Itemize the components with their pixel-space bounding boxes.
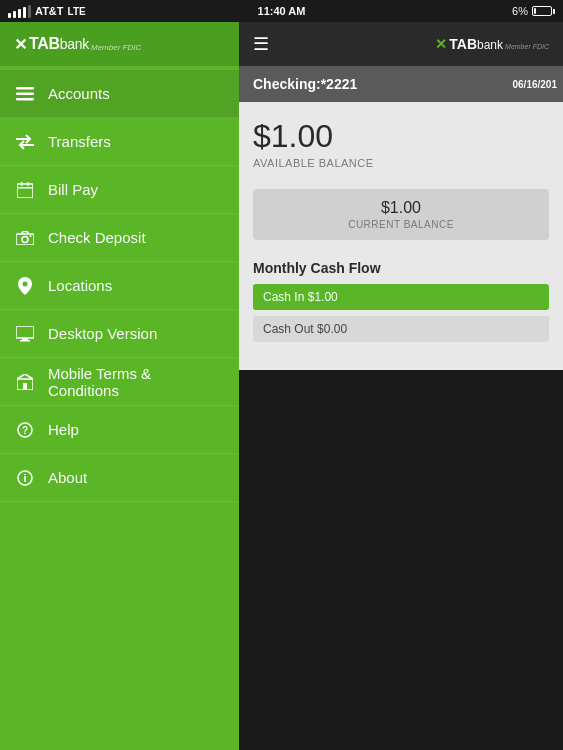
sidebar-nav: Accounts Transfers (0, 66, 239, 750)
dark-area (239, 370, 563, 750)
sidebar-item-locations-label: Locations (48, 277, 112, 294)
sidebar-item-about-label: About (48, 469, 87, 486)
logo-icon: ✕ (14, 35, 27, 54)
sidebar-item-bill-pay-label: Bill Pay (48, 181, 98, 198)
hamburger-button[interactable]: ☰ (253, 33, 269, 55)
svg-rect-1 (16, 92, 34, 95)
svg-point-9 (30, 235, 32, 237)
status-left: AT&T LTE (8, 5, 86, 18)
status-right: 6% (512, 5, 555, 17)
svg-text:i: i (23, 472, 26, 484)
sidebar-header: ✕ TABbank Member FDIC (0, 22, 239, 66)
sidebar-item-transfers[interactable]: Transfers (0, 118, 239, 166)
desktop-icon (14, 323, 36, 345)
header-logo-sub: Member FDIC (505, 43, 549, 50)
svg-rect-13 (20, 340, 30, 342)
sidebar-item-bill-pay[interactable]: Bill Pay (0, 166, 239, 214)
account-title-text: Checking:*2221 (253, 76, 357, 92)
svg-rect-5 (21, 182, 23, 186)
svg-rect-0 (16, 87, 34, 90)
battery-icon (532, 6, 555, 16)
svg-text:?: ? (22, 425, 28, 436)
pin-icon (14, 275, 36, 297)
svg-rect-11 (16, 326, 34, 338)
camera-icon (14, 227, 36, 249)
time-label: 11:40 AM (258, 5, 306, 17)
sidebar-logo-sub: Member FDIC (91, 43, 141, 52)
content-area: Checking:*2221 06/16/201 $1.00 AVAILABLE… (239, 66, 563, 370)
header-logo: ✕ TABbank Member FDIC (435, 36, 549, 52)
available-balance-amount: $1.00 (253, 118, 549, 155)
header-logo-x: ✕ (435, 36, 447, 52)
info-icon: i (14, 467, 36, 489)
date-stamp: 06/16/201 (507, 76, 564, 93)
cash-in-amount: $1.00 (308, 290, 338, 304)
sidebar-item-desktop-label: Desktop Version (48, 325, 157, 342)
sidebar-item-help[interactable]: ? Help (0, 406, 239, 454)
available-balance-section: $1.00 AVAILABLE BALANCE (239, 102, 563, 179)
sidebar-item-about[interactable]: i About (0, 454, 239, 502)
cash-flow-title: Monthly Cash Flow (253, 260, 549, 276)
svg-point-8 (22, 236, 28, 242)
sidebar-item-mobile-terms[interactable]: Mobile Terms & Conditions (0, 358, 239, 406)
sidebar-item-transfers-label: Transfers (48, 133, 111, 150)
svg-rect-12 (22, 338, 28, 340)
battery-percent: 6% (512, 5, 528, 17)
list-icon (14, 83, 36, 105)
cash-in-bar: Cash In $1.00 (253, 284, 549, 310)
sidebar-item-accounts-label: Accounts (48, 85, 110, 102)
sidebar-logo: TABbank (29, 35, 89, 53)
sidebar-item-locations[interactable]: Locations (0, 262, 239, 310)
main-content: ☰ ✕ TABbank Member FDIC Checking:*2221 0… (239, 22, 563, 750)
status-bar: AT&T LTE 11:40 AM 6% (0, 0, 563, 22)
current-balance-label: CURRENT BALANCE (267, 219, 535, 230)
calendar-icon (14, 179, 36, 201)
monthly-cash-flow: Monthly Cash Flow Cash In $1.00 Cash Out… (239, 250, 563, 352)
cash-out-row: Cash Out $0.00 (253, 316, 549, 342)
available-balance-label: AVAILABLE BALANCE (253, 157, 549, 169)
svg-point-10 (23, 281, 28, 286)
account-title: Checking:*2221 06/16/201 (239, 66, 563, 102)
svg-rect-6 (28, 182, 30, 186)
sidebar-item-check-deposit-label: Check Deposit (48, 229, 146, 246)
transfer-icon (14, 131, 36, 153)
current-balance-box: $1.00 CURRENT BALANCE (253, 189, 549, 240)
content-wrapper: Checking:*2221 06/16/201 $1.00 AVAILABLE… (239, 66, 563, 352)
signal-icon (8, 5, 31, 18)
carrier-label: AT&T (35, 5, 64, 17)
sidebar-item-accounts[interactable]: Accounts (0, 70, 239, 118)
sidebar-item-mobile-terms-label: Mobile Terms & Conditions (48, 365, 225, 399)
question-icon: ? (14, 419, 36, 441)
svg-rect-4 (17, 187, 33, 189)
sidebar: ✕ TABbank Member FDIC Accounts (0, 22, 239, 750)
svg-rect-2 (16, 98, 34, 101)
cash-in-label: Cash In (263, 290, 304, 304)
cash-out-amount: $0.00 (317, 322, 347, 336)
sidebar-item-check-deposit[interactable]: Check Deposit (0, 214, 239, 262)
sidebar-item-desktop-version[interactable]: Desktop Version (0, 310, 239, 358)
main-header: ☰ ✕ TABbank Member FDIC (239, 22, 563, 66)
current-balance-amount: $1.00 (267, 199, 535, 217)
cash-out-label: Cash Out (263, 322, 314, 336)
building-icon (14, 371, 36, 393)
network-label: LTE (68, 6, 86, 17)
svg-rect-3 (17, 184, 33, 198)
svg-rect-15 (23, 383, 27, 390)
header-logo-text: TABbank (449, 36, 503, 52)
sidebar-item-help-label: Help (48, 421, 79, 438)
